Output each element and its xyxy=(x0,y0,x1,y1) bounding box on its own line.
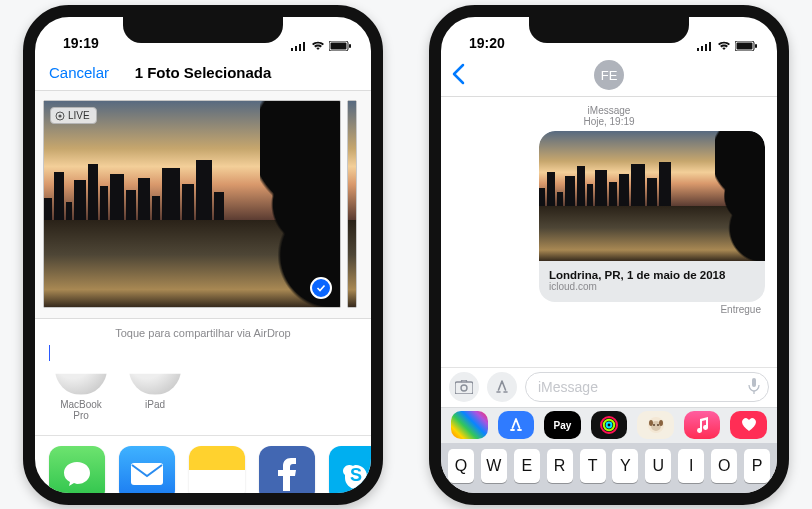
live-icon xyxy=(55,111,65,121)
key-t[interactable]: T xyxy=(580,449,606,483)
sent-message-bubble[interactable]: Londrina, PR, 1 de maio de 2018 icloud.c… xyxy=(539,131,765,302)
svg-rect-6 xyxy=(349,44,351,48)
airdrop-label: iPad xyxy=(127,399,183,410)
notch xyxy=(529,17,689,43)
appstore-icon xyxy=(493,378,511,396)
selected-photo[interactable]: LIVE xyxy=(43,100,341,308)
svg-rect-9 xyxy=(131,463,163,485)
appstore-app-icon[interactable] xyxy=(498,411,535,439)
compose-bar: iMessage xyxy=(441,367,777,407)
key-u[interactable]: U xyxy=(645,449,671,483)
svg-rect-2 xyxy=(299,44,301,51)
link-subtitle: icloud.com xyxy=(549,281,755,292)
airdrop-label: MacBook Pro xyxy=(53,399,109,421)
key-p[interactable]: P xyxy=(744,449,770,483)
status-time: 19:19 xyxy=(63,35,99,51)
svg-rect-5 xyxy=(331,42,347,49)
signal-icon xyxy=(291,41,307,51)
svg-point-29 xyxy=(649,420,653,426)
signal-icon xyxy=(697,41,713,51)
key-e[interactable]: E xyxy=(514,449,540,483)
phone-share-sheet: 19:19 Cancelar 1 Foto Selecionada xyxy=(23,5,383,505)
svg-point-19 xyxy=(461,385,467,391)
apple-pay-app-icon[interactable]: Pay xyxy=(544,411,581,439)
svg-rect-12 xyxy=(701,46,703,51)
share-actions-row[interactable]: S xyxy=(35,436,371,502)
status-time: 19:20 xyxy=(469,35,505,51)
message-row: Londrina, PR, 1 de maio de 2018 icloud.c… xyxy=(441,131,777,302)
key-o[interactable]: O xyxy=(711,449,737,483)
svg-text:S: S xyxy=(350,465,362,485)
photo-tree xyxy=(260,101,341,307)
wifi-icon xyxy=(717,41,731,51)
key-q[interactable]: Q xyxy=(448,449,474,483)
svg-point-28 xyxy=(657,424,659,426)
activity-app-icon[interactable] xyxy=(591,411,628,439)
svg-rect-3 xyxy=(303,42,305,51)
live-label: LIVE xyxy=(68,110,90,121)
message-input[interactable]: iMessage xyxy=(525,372,769,402)
avatar-icon xyxy=(55,343,107,395)
contact-avatar[interactable]: FE xyxy=(594,60,624,90)
link-title: Londrina, PR, 1 de maio de 2018 xyxy=(549,269,755,281)
facebook-app-icon[interactable] xyxy=(259,446,315,502)
airdrop-target[interactable]: MacBook Pro xyxy=(53,343,109,421)
svg-point-24 xyxy=(607,423,612,428)
key-w[interactable]: W xyxy=(481,449,507,483)
airdrop-hint: Toque para compartilhar via AirDrop xyxy=(115,327,290,339)
svg-point-30 xyxy=(659,420,663,426)
imessage-app-strip[interactable]: Pay xyxy=(441,407,777,443)
svg-rect-13 xyxy=(705,44,707,51)
key-i[interactable]: I xyxy=(678,449,704,483)
contact-initials: FE xyxy=(601,68,618,83)
keyboard[interactable]: Q W E R T Y U I O P xyxy=(441,443,777,493)
thread-time: Hoje, 19:19 xyxy=(583,116,634,127)
next-photo-peek[interactable] xyxy=(347,100,357,308)
gif-app-icon[interactable] xyxy=(730,411,767,439)
delivery-status: Entregue xyxy=(441,302,777,315)
share-header: Cancelar 1 Foto Selecionada xyxy=(35,55,371,91)
svg-rect-1 xyxy=(295,46,297,51)
svg-rect-18 xyxy=(455,382,473,394)
back-button[interactable] xyxy=(451,63,465,91)
sticker-app-icon[interactable] xyxy=(637,411,674,439)
message-placeholder: iMessage xyxy=(538,379,598,395)
link-preview-image xyxy=(539,131,765,261)
svg-rect-14 xyxy=(709,42,711,51)
battery-icon xyxy=(329,41,351,51)
battery-icon xyxy=(735,41,757,51)
live-badge[interactable]: LIVE xyxy=(50,107,97,124)
status-indicators xyxy=(291,41,351,51)
airdrop-targets-row: MacBook Pro iPad xyxy=(35,339,371,429)
svg-rect-0 xyxy=(291,48,293,51)
mic-icon[interactable] xyxy=(748,377,760,398)
notch xyxy=(123,17,283,43)
mail-app-icon[interactable] xyxy=(119,446,175,502)
key-r[interactable]: R xyxy=(547,449,573,483)
skype-app-icon[interactable]: S xyxy=(329,446,383,502)
conversation-header: FE xyxy=(441,55,777,97)
photo-selection-strip[interactable]: LIVE xyxy=(35,91,371,319)
music-app-icon[interactable] xyxy=(684,411,721,439)
svg-rect-17 xyxy=(755,44,757,48)
thread-label: iMessage xyxy=(441,105,777,116)
phone-messages: 19:20 FE iMessage Hoje, 19:19 xyxy=(429,5,789,505)
messages-app-icon[interactable] xyxy=(49,446,105,502)
notes-app-icon[interactable] xyxy=(189,446,245,502)
apps-button[interactable] xyxy=(487,372,517,402)
link-preview-card: Londrina, PR, 1 de maio de 2018 icloud.c… xyxy=(539,261,765,302)
photos-app-icon[interactable] xyxy=(451,411,488,439)
svg-rect-20 xyxy=(752,378,756,387)
thread-meta: iMessage Hoje, 19:19 xyxy=(441,97,777,131)
svg-point-27 xyxy=(653,424,655,426)
airdrop-target[interactable]: iPad xyxy=(127,343,183,410)
wifi-icon xyxy=(311,41,325,51)
camera-icon xyxy=(455,380,473,394)
cancel-button[interactable]: Cancelar xyxy=(49,64,109,81)
status-indicators xyxy=(697,41,757,51)
svg-point-8 xyxy=(58,114,61,117)
camera-button[interactable] xyxy=(449,372,479,402)
text-cursor xyxy=(49,345,50,361)
key-y[interactable]: Y xyxy=(612,449,638,483)
selected-check-icon[interactable] xyxy=(310,277,332,299)
